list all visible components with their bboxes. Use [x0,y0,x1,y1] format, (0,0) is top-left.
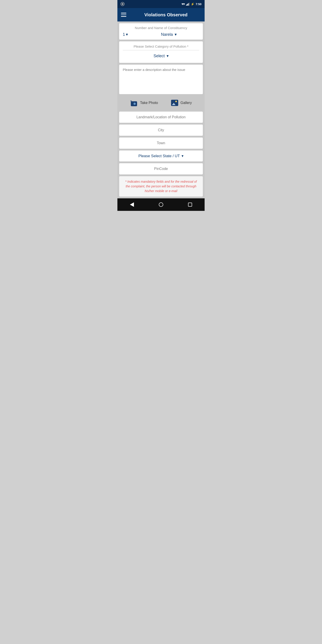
constituency-name-dropdown[interactable]: Narela ▾ [138,32,199,37]
constituency-name-arrow-icon: ▾ [175,32,177,37]
gallery-mountain-icon [172,103,176,105]
description-card [119,64,203,94]
description-input[interactable] [123,68,199,90]
pincode-card [119,163,203,174]
bottom-nav [118,198,204,211]
signal-bars-icon [186,2,190,6]
take-photo-button[interactable]: + Take Photo [130,100,158,106]
home-circle-icon [159,202,163,207]
constituency-number-value: 1 [123,32,125,37]
constituency-number-dropdown[interactable]: 1 ▾ [123,32,138,37]
status-bar: ▾▾ ⚡ 7:50 [118,0,204,8]
take-photo-label: Take Photo [140,101,158,105]
state-dropdown[interactable]: Please Select State / UT ▾ [123,154,199,158]
category-label: Please Select Category of Pollution * [123,44,199,48]
town-input[interactable] [123,141,199,145]
status-right-icons: ▾▾ ⚡ 7:50 [182,2,202,6]
constituency-label: Number and Name of Constituency [123,26,199,30]
city-input[interactable] [123,128,199,132]
mandatory-note: * Indicates mandatory fields and for the… [119,176,203,196]
battery-icon: ⚡ [191,2,194,6]
nav-back-button[interactable] [130,202,134,207]
gallery-button[interactable]: Gallery [171,100,192,106]
constituency-card: Number and Name of Constituency 1 ▾ Nare… [119,23,203,40]
state-card[interactable]: Please Select State / UT ▾ [119,150,203,162]
recent-square-icon [188,202,192,206]
town-card [119,138,203,149]
mandatory-note-text: * Indicates mandatory fields and for the… [123,179,199,194]
state-select-value: Please Select State / UT [138,154,180,158]
state-arrow-icon: ▾ [182,154,184,158]
category-select-arrow-icon: ▾ [166,54,168,58]
camera-body [131,101,137,106]
constituency-row: 1 ▾ Narela ▾ [123,32,199,37]
back-arrow-icon [130,202,134,207]
pincode-input[interactable] [123,167,199,171]
toolbar: Violations Observed [118,8,204,22]
page-title: Violations Observed [131,12,201,18]
actions-bar: + Take Photo Gallery [119,96,203,110]
status-left-icons [120,2,124,6]
wifi-icon: ▾▾ [182,2,185,6]
gallery-sun-icon [175,100,177,102]
divider [123,50,199,50]
signal-circle-icon [120,2,124,6]
category-select-dropdown[interactable]: Select ▾ [123,52,199,60]
landmark-card [119,112,203,123]
nav-home-button[interactable] [159,202,163,207]
landmark-input[interactable] [123,115,199,119]
category-select-value: Select [154,54,164,58]
time-display: 7:50 [196,2,202,6]
hamburger-menu-button[interactable] [121,13,126,17]
city-card [119,124,203,136]
camera-icon: + [130,100,138,106]
category-card: Please Select Category of Pollution * Se… [119,41,203,63]
constituency-name-value: Narela [161,32,173,37]
gallery-icon [171,100,178,106]
constituency-number-arrow-icon: ▾ [126,32,128,37]
nav-recent-button[interactable] [188,202,192,206]
main-content: Number and Name of Constituency 1 ▾ Nare… [118,22,204,198]
gallery-label: Gallery [180,101,192,105]
camera-lens-icon [134,103,136,105]
